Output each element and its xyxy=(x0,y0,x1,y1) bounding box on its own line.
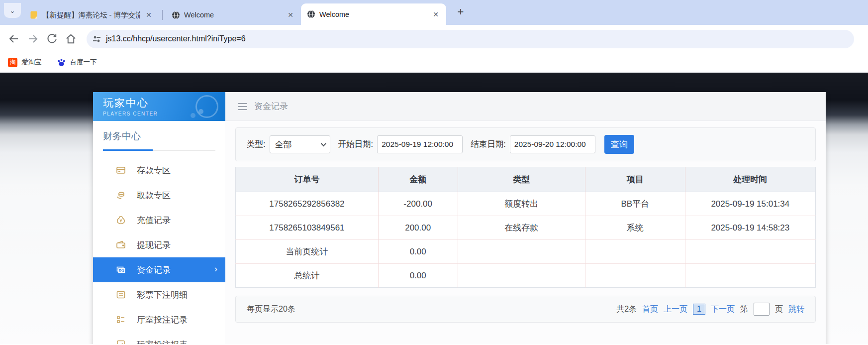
url-text: js13.cc/hhcp/usercenter.html?iniType=6 xyxy=(106,34,246,43)
next-page-link[interactable]: 下一页 xyxy=(711,304,735,315)
tab-title: 【新提醒】海燕论坛 - 博学交流 xyxy=(42,10,140,20)
page-title: 资金记录 xyxy=(254,101,288,112)
content-header: 资金记录 xyxy=(225,92,826,121)
tab-title: Welcome xyxy=(184,11,282,19)
back-arrow-icon xyxy=(8,33,20,45)
sidebar-item-label: 资金记录 xyxy=(137,264,171,276)
cell-time: 2025-09-19 14:58:23 xyxy=(685,216,815,240)
type-select-value: 全部 xyxy=(275,139,292,150)
sidebar-menu: 存款专区 取款专区 充值记录 xyxy=(93,151,225,344)
refresh-icon xyxy=(46,33,57,44)
sidebar: 玩家中心 PLAYERS CENTER 财务中心 存款专区 取款专区 xyxy=(93,92,225,344)
col-item: 项目 xyxy=(585,167,685,192)
globe-favicon-icon xyxy=(307,10,315,18)
cell-amount: 0.00 xyxy=(378,264,458,288)
sidebar-subtitle: PLAYERS CENTER xyxy=(103,111,225,116)
sidebar-item-label: 厅室投注记录 xyxy=(137,314,188,326)
tab-close-icon[interactable]: ✕ xyxy=(431,10,440,19)
cell-time: 2025-09-19 15:01:34 xyxy=(685,192,815,216)
sidebar-item-label: 彩票下注明细 xyxy=(137,289,188,301)
cell-order-no: 1758265292856382 xyxy=(236,192,379,216)
sidebar-title: 玩家中心 xyxy=(103,96,225,110)
sidebar-item-withdraw[interactable]: 取款专区 xyxy=(93,183,225,208)
cell-amount: -200.00 xyxy=(378,192,458,216)
sidebar-section-underline xyxy=(103,149,215,151)
bookmark-label: 百度一下 xyxy=(70,58,97,67)
browser-toolbar: js13.cc/hhcp/usercenter.html?iniType=6 xyxy=(0,25,868,53)
tab-welcome-1[interactable]: Welcome ✕ xyxy=(166,5,301,25)
hamburger-icon xyxy=(238,103,247,104)
cell-type: 额度转出 xyxy=(458,192,585,216)
globe-favicon-icon xyxy=(172,11,180,19)
tab-title: Welcome xyxy=(319,10,427,18)
page-number-input[interactable] xyxy=(754,303,770,316)
page-background: 玩家中心 PLAYERS CENTER 财务中心 存款专区 取款专区 xyxy=(0,73,868,344)
taobao-icon: 淘 xyxy=(8,58,17,67)
first-page-link[interactable]: 首页 xyxy=(642,304,658,315)
grid-list-icon xyxy=(116,315,126,325)
cell-item: BB平台 xyxy=(585,192,685,216)
new-tab-button[interactable]: + xyxy=(454,6,467,19)
list-document-icon xyxy=(116,290,126,300)
forward-arrow-icon xyxy=(27,33,39,45)
type-label: 类型: xyxy=(247,139,266,150)
sidebar-item-lottery-bets[interactable]: 彩票下注明细 xyxy=(93,282,225,307)
home-icon xyxy=(65,33,77,45)
jump-link[interactable]: 跳转 xyxy=(788,304,804,315)
current-page-indicator[interactable]: 1 xyxy=(693,304,705,315)
bookmark-taobao[interactable]: 淘 爱淘宝 xyxy=(8,58,42,67)
cell-summary-label: 总统计 xyxy=(236,264,379,288)
tab-close-icon[interactable]: ✕ xyxy=(144,10,153,19)
col-amount: 金额 xyxy=(378,167,458,192)
table-row-total-summary: 总统计 0.00 xyxy=(236,264,816,288)
prev-page-link[interactable]: 上一页 xyxy=(664,304,687,315)
user-center-panel: 玩家中心 PLAYERS CENTER 财务中心 存款专区 取款专区 xyxy=(93,92,826,344)
site-settings-icon[interactable] xyxy=(93,35,101,43)
type-select[interactable]: 全部 xyxy=(270,135,330,153)
start-date-label: 开始日期: xyxy=(338,139,374,150)
cell-amount: 200.00 xyxy=(378,216,458,240)
money-bag-icon xyxy=(116,215,126,225)
sidebar-item-label: 充值记录 xyxy=(137,215,171,226)
table-header-row: 订单号 金额 类型 项目 处理时间 xyxy=(236,167,816,192)
chevron-down-icon xyxy=(320,141,326,146)
tab-welcome-2-active[interactable]: Welcome ✕ xyxy=(301,3,446,25)
sidebar-item-label: 玩家投注报表 xyxy=(137,339,188,345)
table-row: 1758265292856382 -200.00 额度转出 BB平台 2025-… xyxy=(236,192,816,216)
filter-bar: 类型: 全部 开始日期: 结束日期: 查询 xyxy=(235,127,816,161)
sidebar-section-title: 财务中心 xyxy=(93,121,225,143)
start-date-input[interactable] xyxy=(377,135,463,153)
cell-item: 系统 xyxy=(585,216,685,240)
wallet-icon xyxy=(116,240,126,250)
pagination-bar: 每页显示20条 共2条 首页 上一页 1 下一页 第 页 跳转 xyxy=(235,296,816,323)
cell-type: 在线存款 xyxy=(458,216,585,240)
refresh-button[interactable] xyxy=(44,31,60,47)
table-row-page-summary: 当前页统计 0.00 xyxy=(236,240,816,264)
sidebar-item-withdraw-record[interactable]: 提现记录 xyxy=(93,232,225,257)
sidebar-item-hall-bets[interactable]: 厅室投注记录 xyxy=(93,307,225,332)
end-date-input[interactable] xyxy=(510,135,595,153)
baidu-paw-icon xyxy=(57,58,66,67)
address-bar[interactable]: js13.cc/hhcp/usercenter.html?iniType=6 xyxy=(87,30,854,48)
note-favicon-icon xyxy=(30,11,38,19)
query-button[interactable]: 查询 xyxy=(604,135,634,154)
main-content: 资金记录 类型: 全部 开始日期: 结束日期: 查询 xyxy=(225,92,826,344)
bookmark-baidu[interactable]: 百度一下 xyxy=(57,58,97,67)
tab-separator xyxy=(162,10,163,20)
home-button[interactable] xyxy=(63,31,79,47)
sidebar-item-funds-record[interactable]: 资金记录 › xyxy=(93,257,225,282)
back-button[interactable] xyxy=(6,31,22,47)
cell-amount: 0.00 xyxy=(378,240,458,264)
tab-close-icon[interactable]: ✕ xyxy=(286,10,295,19)
tab-search-chevron-icon[interactable]: ⌄ xyxy=(4,3,21,18)
tab-forum[interactable]: 【新提醒】海燕论坛 - 博学交流 ✕ xyxy=(24,5,159,25)
sidebar-item-recharge-record[interactable]: 充值记录 xyxy=(93,208,225,232)
sidebar-item-label: 提现记录 xyxy=(137,239,171,251)
page-suffix-text: 页 xyxy=(775,304,783,315)
sidebar-item-player-report[interactable]: 玩家投注报表 xyxy=(93,332,225,344)
sidebar-item-deposit[interactable]: 存款专区 xyxy=(93,158,225,183)
hand-money-icon xyxy=(116,190,126,200)
forward-button[interactable] xyxy=(25,31,41,47)
report-check-icon xyxy=(116,340,126,344)
bank-card-icon xyxy=(116,165,126,175)
